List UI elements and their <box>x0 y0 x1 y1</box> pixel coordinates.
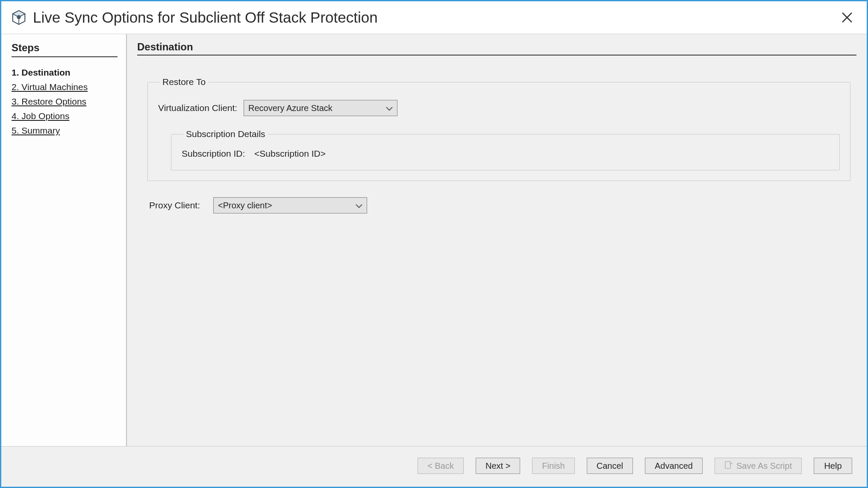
window-title: Live Sync Options for Subclient Off Stac… <box>33 9 837 26</box>
back-button[interactable]: < Back <box>418 458 464 474</box>
subscription-id-label: Subscription ID: <box>182 149 250 159</box>
virtualization-client-value: Recovery Azure Stack <box>248 103 332 113</box>
main-heading: Destination <box>137 41 856 56</box>
save-as-script-button[interactable]: Save As Script <box>715 458 802 474</box>
subscription-details-legend: Subscription Details <box>183 129 268 139</box>
subscription-details-group: Subscription Details Subscription ID: <S… <box>171 129 840 170</box>
step-virtual-machines[interactable]: 2. Virtual Machines <box>12 82 118 92</box>
script-icon <box>724 461 733 471</box>
next-button[interactable]: Next > <box>476 458 520 474</box>
main-panel: Destination Restore To Virtualization Cl… <box>127 34 867 446</box>
svg-point-3 <box>17 15 21 19</box>
proxy-client-value: <Proxy client> <box>218 201 272 210</box>
step-destination[interactable]: 1. Destination <box>12 67 118 78</box>
chevron-down-icon <box>386 103 393 113</box>
advanced-button[interactable]: Advanced <box>645 458 703 474</box>
steps-sidebar: Steps 1. Destination 2. Virtual Machines… <box>1 34 127 446</box>
close-button[interactable] <box>837 7 857 28</box>
virtualization-client-label: Virtualization Client: <box>158 103 239 113</box>
subscription-id-row: Subscription ID: <Subscription ID> <box>182 149 829 159</box>
help-button[interactable]: Help <box>814 458 852 474</box>
app-icon <box>11 9 27 26</box>
virtualization-client-row: Virtualization Client: Recovery Azure St… <box>158 100 840 116</box>
restore-to-legend: Restore To <box>160 77 208 87</box>
dialog-window: Live Sync Options for Subclient Off Stac… <box>0 0 868 488</box>
step-restore-options[interactable]: 3. Restore Options <box>12 96 118 107</box>
button-bar: < Back Next > Finish Cancel Advanced Sav… <box>1 446 867 487</box>
steps-heading: Steps <box>12 42 118 57</box>
virtualization-client-dropdown[interactable]: Recovery Azure Stack <box>244 100 397 116</box>
proxy-client-label: Proxy Client: <box>149 200 209 210</box>
close-icon <box>841 11 853 24</box>
restore-to-group: Restore To Virtualization Client: Recove… <box>147 77 850 181</box>
chevron-down-icon <box>356 201 362 210</box>
titlebar: Live Sync Options for Subclient Off Stac… <box>1 1 867 34</box>
proxy-client-dropdown[interactable]: <Proxy client> <box>213 197 367 213</box>
finish-button[interactable]: Finish <box>532 458 574 474</box>
save-as-script-label: Save As Script <box>736 461 792 471</box>
step-job-options[interactable]: 4. Job Options <box>12 111 118 121</box>
step-summary[interactable]: 5. Summary <box>12 126 118 136</box>
proxy-client-row: Proxy Client: <Proxy client> <box>149 197 856 213</box>
svg-rect-6 <box>725 462 730 468</box>
dialog-body: Steps 1. Destination 2. Virtual Machines… <box>1 34 867 446</box>
subscription-id-value: <Subscription ID> <box>254 149 326 159</box>
cancel-button[interactable]: Cancel <box>587 458 633 474</box>
